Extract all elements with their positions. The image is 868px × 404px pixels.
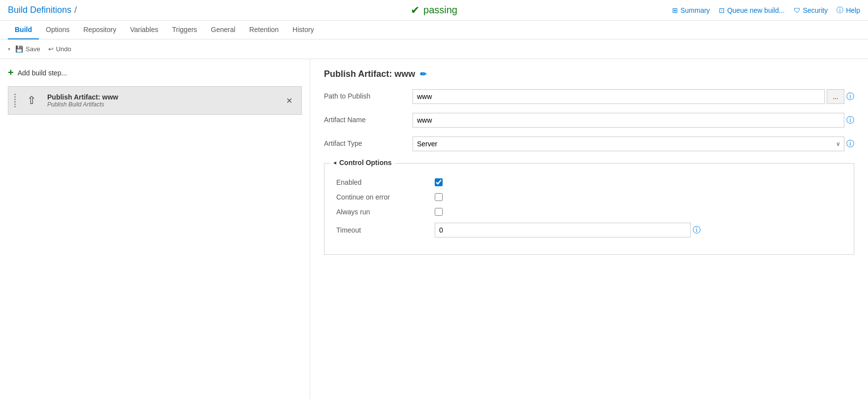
build-definitions-link[interactable]: Build Definitions — [8, 5, 71, 15]
always-run-label: Always run — [336, 208, 425, 216]
help-icon: ⓘ — [836, 6, 843, 15]
left-panel: + Add build step... ⇧ Publish Artifact: … — [0, 59, 310, 399]
control-options-section: ◂ Control Options Enabled Continue on er… — [324, 163, 854, 255]
status-text: passing — [423, 4, 457, 16]
summary-label: Summary — [680, 6, 710, 14]
security-button[interactable]: 🛡 Security — [794, 6, 828, 14]
step-title: Publish Artifact: www — [47, 93, 276, 101]
queue-icon: ⊡ — [719, 6, 725, 14]
tab-variables[interactable]: Variables — [123, 21, 165, 39]
tab-retention[interactable]: Retention — [242, 21, 286, 39]
enabled-checkbox[interactable] — [435, 178, 443, 186]
path-browse-button[interactable]: ... — [827, 89, 844, 104]
step-icon: ⇧ — [23, 92, 40, 109]
undo-label: Undo — [56, 45, 71, 53]
step-info: Publish Artifact: www Publish Build Arti… — [47, 93, 276, 108]
status-area: ✔ passing — [411, 4, 457, 17]
add-build-step-label: Add build step... — [18, 69, 67, 77]
artifact-name-field: Artifact Name ⓘ — [324, 113, 854, 128]
drag-handle[interactable] — [14, 94, 16, 107]
section-legend: ◂ Control Options — [330, 159, 395, 167]
summary-button[interactable]: ⊞ Summary — [672, 6, 710, 14]
save-button[interactable]: 💾 Save — [12, 43, 43, 55]
artifact-type-info-icon[interactable]: ⓘ — [846, 139, 854, 149]
tab-general[interactable]: General — [204, 21, 242, 39]
enabled-field: Enabled — [336, 178, 842, 186]
header-left: Build Definitions / — [8, 5, 662, 15]
always-run-checkbox[interactable] — [435, 208, 443, 216]
add-icon: + — [8, 67, 14, 78]
always-run-field: Always run — [336, 208, 842, 216]
panel-title-text: Publish Artifact: www — [324, 69, 415, 79]
artifact-name-info-icon[interactable]: ⓘ — [846, 115, 854, 126]
timeout-info-icon[interactable]: ⓘ — [693, 225, 701, 236]
edit-icon[interactable]: ✏ — [420, 69, 426, 79]
security-label: Security — [803, 6, 828, 14]
summary-icon: ⊞ — [672, 6, 678, 14]
help-label: Help — [846, 6, 860, 14]
save-label: Save — [26, 45, 40, 53]
artifact-name-label: Artifact Name — [324, 113, 403, 124]
path-to-publish-label: Path to Publish — [324, 89, 403, 100]
panel-title: Publish Artifact: www ✏ — [324, 69, 854, 79]
artifact-type-field: Artifact Type Server FileCopy ∨ ⓘ — [324, 136, 854, 151]
passing-icon: ✔ — [411, 4, 419, 17]
step-close-button[interactable]: ✕ — [283, 95, 295, 106]
help-button[interactable]: ⓘ Help — [836, 6, 860, 15]
timeout-field: Timeout ⓘ — [336, 223, 842, 237]
enabled-label: Enabled — [336, 178, 425, 186]
right-panel: Publish Artifact: www ✏ Path to Publish … — [310, 59, 868, 399]
undo-icon: ↩ — [48, 45, 54, 53]
continue-on-error-checkbox[interactable] — [435, 193, 443, 201]
tabs-bar: Build Options Repository Variables Trigg… — [0, 21, 868, 39]
continue-on-error-label: Continue on error — [336, 193, 425, 201]
artifact-type-select-wrapper: Server FileCopy ∨ — [413, 136, 844, 151]
continue-on-error-field: Continue on error — [336, 193, 842, 201]
path-to-publish-input[interactable] — [413, 89, 825, 104]
header: Build Definitions / ✔ passing ⊞ Summary … — [0, 0, 868, 21]
step-subtitle: Publish Build Artifacts — [47, 101, 276, 108]
artifact-name-input[interactable] — [413, 113, 844, 128]
artifact-name-input-area: ⓘ — [413, 113, 854, 128]
queue-label: Queue new build... — [727, 6, 785, 14]
artifact-type-select[interactable]: Server FileCopy — [413, 136, 844, 151]
path-to-publish-field: Path to Publish ... ⓘ — [324, 89, 854, 104]
save-dropdown-arrow[interactable]: ▾ — [8, 46, 10, 52]
undo-button[interactable]: ↩ Undo — [45, 43, 74, 55]
artifact-type-input-area: Server FileCopy ∨ ⓘ — [413, 136, 854, 151]
path-to-publish-input-area: ... ⓘ — [413, 89, 854, 104]
tab-build[interactable]: Build — [8, 21, 39, 39]
toolbar: ▾ 💾 Save ↩ Undo — [0, 39, 868, 59]
build-step-card[interactable]: ⇧ Publish Artifact: www Publish Build Ar… — [8, 86, 302, 115]
tab-repository[interactable]: Repository — [76, 21, 123, 39]
header-actions: ⊞ Summary ⊡ Queue new build... 🛡 Securit… — [672, 6, 860, 15]
header-slash: / — [74, 5, 77, 15]
main-content: + Add build step... ⇧ Publish Artifact: … — [0, 59, 868, 399]
timeout-label: Timeout — [336, 226, 425, 234]
timeout-input[interactable] — [435, 223, 691, 237]
path-info-icon[interactable]: ⓘ — [846, 92, 854, 102]
add-build-step-button[interactable]: + Add build step... — [8, 67, 302, 78]
queue-new-build-button[interactable]: ⊡ Queue new build... — [719, 6, 785, 14]
artifact-type-label: Artifact Type — [324, 136, 403, 147]
control-options-title: Control Options — [339, 159, 392, 167]
collapse-arrow-icon[interactable]: ◂ — [333, 159, 336, 166]
security-icon: 🛡 — [794, 6, 801, 14]
save-icon: 💾 — [15, 45, 23, 53]
tab-options[interactable]: Options — [39, 21, 76, 39]
tab-history[interactable]: History — [286, 21, 321, 39]
tab-triggers[interactable]: Triggers — [165, 21, 204, 39]
